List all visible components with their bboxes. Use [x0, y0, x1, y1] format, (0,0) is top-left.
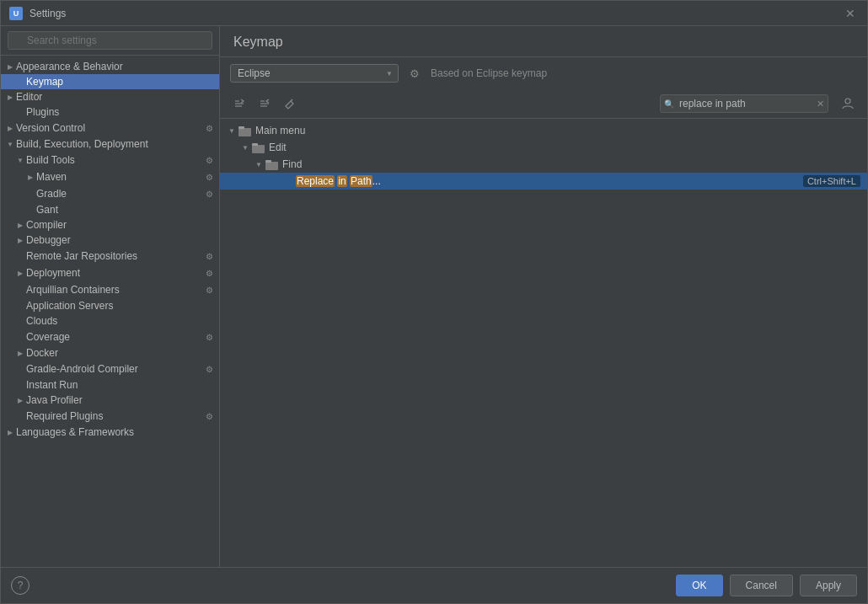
sidebar-item-required-plugins[interactable]: Required Plugins ⚙ — [1, 408, 219, 425]
keymap-gear-button[interactable]: ⚙ — [405, 64, 424, 83]
arrow-icon: ▶ — [14, 234, 26, 246]
search-clear-button[interactable]: ✕ — [817, 99, 824, 110]
titlebar: U Settings ✕ — [1, 1, 867, 26]
item-icon — [279, 175, 292, 187]
arrow-icon: ▶ — [14, 394, 26, 406]
tree-item-find[interactable]: ▼ Find — [220, 156, 867, 173]
arrow-icon: ▼ — [14, 154, 26, 166]
tree-item-replace-in-path[interactable]: Replace in Path... Ctrl+Shift+L — [220, 173, 867, 190]
sidebar-item-gradle[interactable]: Gradle ⚙ — [1, 185, 219, 202]
apply-button[interactable]: Apply — [800, 575, 857, 596]
keymap-dropdown-row: Eclipse ⚙ Based on Eclipse keymap — [220, 57, 867, 89]
window-title: Settings — [29, 8, 842, 19]
main-content: ▶ Appearance & Behavior Keymap ▶ Editor … — [1, 26, 867, 567]
svg-rect-9 — [238, 126, 244, 129]
app-icon: U — [9, 7, 23, 20]
ext-icon: ⚙ — [202, 170, 216, 184]
right-panel: Keymap Eclipse ⚙ Based on Eclipse keymap — [220, 26, 867, 567]
arrow-icon: ▶ — [14, 267, 26, 279]
sidebar-item-version-control[interactable]: ▶ Version Control ⚙ — [1, 120, 219, 136]
arrow-icon: ▶ — [4, 91, 16, 103]
ok-button[interactable]: OK — [676, 575, 722, 596]
find-by-shortcut-button[interactable] — [839, 94, 857, 113]
sidebar-item-maven[interactable]: ▶ Maven ⚙ — [1, 168, 219, 185]
cancel-button[interactable]: Cancel — [730, 575, 793, 596]
ext-icon: ⚙ — [202, 330, 216, 344]
folder-icon — [265, 158, 279, 170]
sidebar-item-coverage[interactable]: Coverage ⚙ — [1, 329, 219, 345]
svg-rect-13 — [265, 160, 271, 163]
sidebar-item-debugger[interactable]: ▶ Debugger — [1, 233, 219, 248]
sidebar-item-deployment[interactable]: ▶ Deployment ⚙ — [1, 265, 219, 281]
ext-icon: ⚙ — [202, 409, 216, 423]
svg-point-7 — [845, 99, 850, 104]
sidebar-tree: ▶ Appearance & Behavior Keymap ▶ Editor … — [1, 56, 219, 567]
sidebar-item-build-tools[interactable]: ▼ Build Tools ⚙ — [1, 152, 219, 168]
folder-icon — [238, 125, 252, 136]
search-right-wrapper: 🔍 ✕ — [660, 94, 828, 113]
sidebar-item-compiler[interactable]: ▶ Compiler — [1, 217, 219, 233]
sidebar-search-wrapper — [8, 31, 212, 50]
sidebar-item-arquillian-containers[interactable]: Arquillian Containers ⚙ — [1, 281, 219, 298]
arrow-icon: ▼ — [254, 159, 264, 169]
svg-rect-12 — [265, 162, 278, 170]
arrow-icon — [14, 410, 26, 422]
tree-item-edit[interactable]: ▼ Edit — [220, 139, 867, 156]
svg-rect-10 — [252, 145, 265, 153]
keymap-dropdown[interactable]: Eclipse — [230, 64, 399, 83]
arrow-icon — [14, 284, 26, 296]
sidebar-item-instant-run[interactable]: Instant Run — [1, 377, 219, 393]
sidebar-item-application-servers[interactable]: Application Servers — [1, 298, 219, 313]
sidebar-item-keymap[interactable]: Keymap — [1, 74, 219, 89]
arrow-icon — [14, 363, 26, 375]
sidebar-item-gradle-android-compiler[interactable]: Gradle-Android Compiler ⚙ — [1, 361, 219, 377]
bottom-bar: ? OK Cancel Apply — [1, 567, 867, 603]
svg-line-6 — [291, 99, 292, 101]
collapse-all-button[interactable] — [255, 94, 274, 113]
svg-rect-11 — [252, 143, 258, 146]
ext-icon: ⚙ — [202, 266, 216, 280]
shortcut-badge: Ctrl+Shift+L — [803, 175, 860, 187]
sidebar-item-appearance-behavior[interactable]: ▶ Appearance & Behavior — [1, 59, 219, 74]
arrow-icon — [267, 176, 277, 186]
sidebar-item-gant[interactable]: Gant — [1, 202, 219, 217]
panel-title: Keymap — [233, 35, 283, 49]
help-button[interactable]: ? — [11, 576, 29, 595]
keymap-tree: ▼ Main menu ▼ — [220, 119, 867, 567]
sidebar-item-java-profiler[interactable]: ▶ Java Profiler — [1, 393, 219, 408]
sidebar-item-clouds[interactable]: Clouds — [1, 313, 219, 329]
close-button[interactable]: ✕ — [842, 5, 859, 22]
sidebar-item-languages-frameworks[interactable]: ▶ Languages & Frameworks — [1, 425, 219, 440]
sidebar-item-docker[interactable]: ▶ Docker — [1, 345, 219, 361]
ext-icon: ⚙ — [202, 153, 216, 167]
sidebar-item-build-exec-deploy[interactable]: ▼ Build, Execution, Deployment — [1, 136, 219, 152]
arrow-icon: ▶ — [4, 426, 16, 438]
keymap-search-input[interactable] — [660, 94, 828, 113]
arrow-icon: ▶ — [24, 171, 36, 183]
expand-all-button[interactable] — [230, 94, 249, 113]
panel-toolbar: 🔍 ✕ — [220, 89, 867, 119]
arrow-icon: ▶ — [14, 219, 26, 231]
arrow-icon: ▼ — [240, 142, 250, 152]
arrow-icon — [14, 315, 26, 327]
folder-icon — [252, 142, 265, 153]
settings-window: U Settings ✕ ▶ Appearance & Behavior — [0, 0, 868, 604]
svg-rect-8 — [238, 128, 251, 136]
ext-icon: ⚙ — [202, 283, 216, 297]
arrow-icon: ▶ — [14, 347, 26, 359]
keymap-description: Based on Eclipse keymap — [431, 67, 547, 79]
ext-icon: ⚙ — [202, 187, 216, 200]
sidebar-item-editor[interactable]: ▶ Editor — [1, 89, 219, 104]
sidebar-item-plugins[interactable]: Plugins — [1, 104, 219, 120]
arrow-icon — [14, 300, 26, 312]
sidebar-item-remote-jar-repos[interactable]: Remote Jar Repositories ⚙ — [1, 248, 219, 265]
arrow-icon — [14, 331, 26, 343]
arrow-icon: ▶ — [4, 61, 16, 72]
arrow-icon — [14, 76, 26, 88]
arrow-icon: ▼ — [227, 126, 237, 136]
edit-shortcut-button[interactable] — [281, 94, 299, 113]
arrow-icon — [24, 204, 36, 216]
ext-icon: ⚙ — [202, 362, 216, 376]
tree-item-main-menu[interactable]: ▼ Main menu — [220, 122, 867, 139]
sidebar-search-input[interactable] — [8, 31, 212, 50]
